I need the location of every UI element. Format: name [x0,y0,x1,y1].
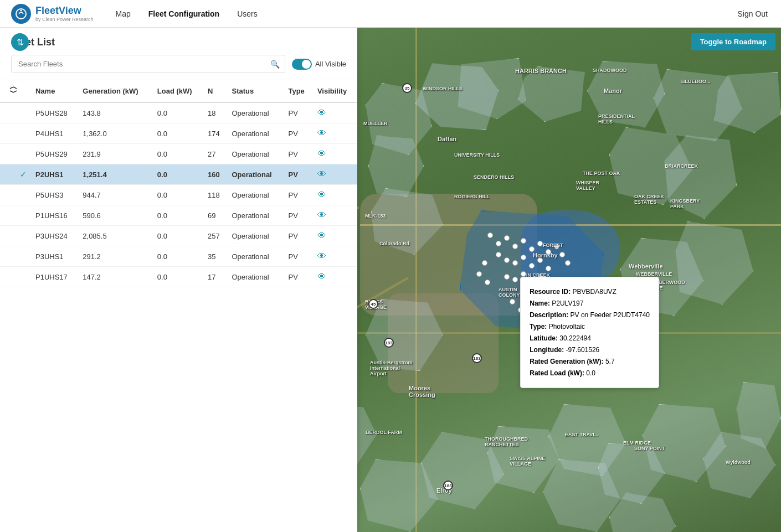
cell-status: Operational [227,123,284,144]
cell-name: P4UHS1 [31,123,78,144]
cell-type: PV [284,164,312,185]
col-visibility[interactable]: Visibility [313,80,357,102]
cell-status: Operational [227,205,284,226]
tooltip-type-value: Photovoltaic [549,323,585,330]
brand-logo [11,4,31,24]
cell-generation: 147.2 [78,267,153,287]
cell-n: 69 [203,205,228,226]
search-input[interactable] [11,55,285,73]
fleet-panel-header: Fleet List 🔍 All Visible [0,28,357,80]
cell-n: 257 [203,226,228,246]
signout-button[interactable]: Sign Out [738,9,781,18]
cell-generation: 2,085.5 [78,226,153,246]
cell-generation: 291.2 [78,246,153,267]
tooltip-resource-label: Resource ID: [530,288,571,296]
col-load[interactable]: Load (kW) [153,80,203,102]
navbar: FleetView by Clean Power Research Map Fl… [0,0,781,28]
cell-type: PV [284,185,312,205]
cell-status: Operational [227,267,284,287]
all-visible-toggle: All Visible [292,59,346,70]
tooltip-name-value: P2ULV197 [552,299,583,307]
visibility-eye-icon[interactable]: 👁 [317,231,326,240]
toggle-knob [302,60,311,69]
col-n[interactable]: N [203,80,228,102]
col-sort[interactable] [0,80,31,102]
visibility-eye-icon[interactable]: 👁 [317,251,326,261]
cell-type: PV [284,102,312,123]
cell-name: P2UHS1 [31,164,78,185]
fleet-table-wrapper[interactable]: Name Generation (kW) Load (kW) N Status … [0,80,357,524]
table-row[interactable]: P3UHS242,085.50.0257OperationalPV👁 [0,226,357,246]
tooltip-desc-value: PV on Feeder P2UDT4740 [571,311,650,319]
cell-status: Operational [227,246,284,267]
cell-load: 0.0 [153,226,203,246]
cell-n: 118 [203,185,228,205]
table-row[interactable]: ✓P2UHS11,251.40.0160OperationalPV👁 [0,164,357,185]
table-row[interactable]: P1UHS17147.20.017OperationalPV👁 [0,267,357,287]
toggle-roadmap-button[interactable]: Toggle to Roadmap [691,33,775,50]
table-row[interactable]: P1UHS16590.60.069OperationalPV👁 [0,205,357,226]
cell-status: Operational [227,102,284,123]
tooltip-type-label: Type: [530,323,547,330]
cell-load: 0.0 [153,102,203,123]
all-visible-switch[interactable] [292,59,312,70]
tooltip-lon-value: -97.601526 [566,346,600,354]
visibility-eye-icon[interactable]: 👁 [317,128,326,138]
cell-type: PV [284,144,312,164]
col-name[interactable]: Name [31,80,78,102]
fleet-table-body: P5UHS28143.80.018OperationalPV👁P4UHS11,3… [0,102,357,287]
visibility-eye-icon[interactable]: 👁 [317,272,326,281]
cell-load: 0.0 [153,205,203,226]
cell-status: Operational [227,144,284,164]
brand-tagline: by Clean Power Research [35,17,94,22]
table-row[interactable]: P3UHS1291.20.035OperationalPV👁 [0,246,357,267]
cell-type: PV [284,267,312,287]
cell-load: 0.0 [153,246,203,267]
visibility-eye-icon[interactable]: 👁 [317,149,326,158]
visibility-eye-icon[interactable]: 👁 [317,190,326,199]
cell-generation: 1,362.0 [78,123,153,144]
col-status[interactable]: Status [227,80,284,102]
tooltip-resource-value: PBVBDA8UVZ [573,288,616,296]
map-control-button[interactable]: ⇅ [11,33,29,51]
cell-name: P1UHS17 [31,267,78,287]
cell-name: P5UHS29 [31,144,78,164]
cell-generation: 231.9 [78,144,153,164]
table-row[interactable]: P5UHS3944.70.0118OperationalPV👁 [0,185,357,205]
visibility-eye-icon[interactable]: 👁 [317,169,326,179]
col-type[interactable]: Type [284,80,312,102]
table-row[interactable]: P5UHS28143.80.018OperationalPV👁 [0,102,357,123]
brand-text: FleetView by Clean Power Research [35,5,94,22]
cell-load: 0.0 [153,164,203,185]
cell-status: Operational [227,185,284,205]
fleet-controls: 🔍 All Visible [11,55,346,73]
cell-type: PV [284,205,312,226]
brand: FleetView by Clean Power Research [0,4,105,24]
map-tooltip: Resource ID: PBVBDA8UVZ Name: P2ULV197 D… [520,277,659,388]
search-icon: 🔍 [270,60,280,69]
tooltip-load-value: 0.0 [586,369,595,377]
svg-point-1 [20,9,22,11]
cell-load: 0.0 [153,144,203,164]
nav-map[interactable]: Map [116,7,131,20]
tooltip-lat-label: Latitude: [530,334,558,342]
cell-name: P3UHS1 [31,246,78,267]
cell-load: 0.0 [153,185,203,205]
cell-type: PV [284,226,312,246]
nav-users[interactable]: Users [237,7,258,20]
cell-n: 174 [203,123,228,144]
table-row[interactable]: P4UHS11,362.00.0174OperationalPV👁 [0,123,357,144]
tooltip-desc-label: Description: [530,311,568,319]
tooltip-load-label: Rated Load (kW): [530,369,584,377]
cell-name: P1UHS16 [31,205,78,226]
visibility-eye-icon[interactable]: 👁 [317,210,326,220]
cell-generation: 944.7 [78,185,153,205]
visibility-eye-icon[interactable]: 👁 [317,108,326,117]
cell-n: 18 [203,102,228,123]
nav-fleet-config[interactable]: Fleet Configuration [148,7,219,20]
cell-name: P5UHS28 [31,102,78,123]
search-box: 🔍 [11,55,285,73]
col-generation[interactable]: Generation (kW) [78,80,153,102]
cell-n: 160 [203,164,228,185]
table-row[interactable]: P5UHS29231.90.027OperationalPV👁 [0,144,357,164]
